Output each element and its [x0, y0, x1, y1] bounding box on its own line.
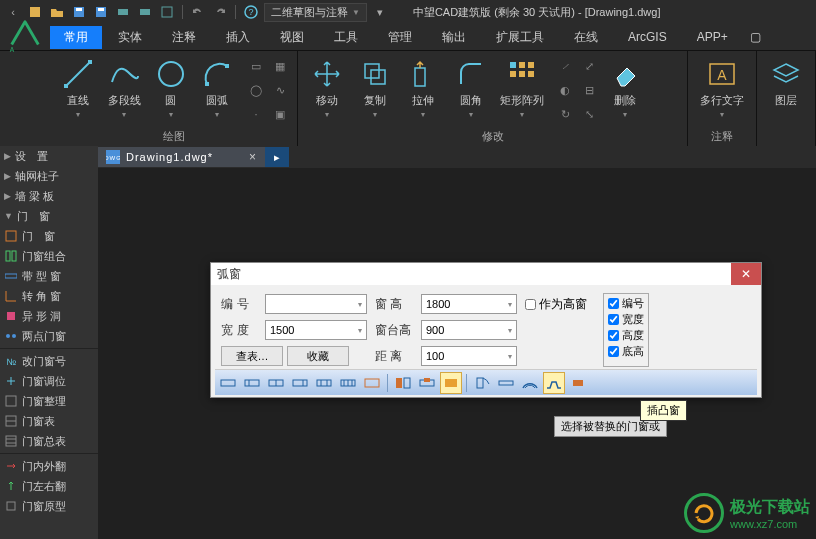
- help-icon[interactable]: ?: [242, 3, 260, 21]
- mode-2[interactable]: [241, 372, 263, 394]
- tab-output[interactable]: 输出: [428, 26, 480, 49]
- mode-3[interactable]: [265, 372, 287, 394]
- left-twopoint[interactable]: 两点门窗: [0, 326, 98, 346]
- print-icon[interactable]: [136, 3, 154, 21]
- tool-polyline[interactable]: 多段线▾: [102, 55, 146, 121]
- left-combo[interactable]: 门窗组合: [0, 246, 98, 266]
- chk-num[interactable]: [608, 298, 619, 309]
- workspace-selector[interactable]: 二维草图与注释 ▼: [264, 3, 367, 22]
- mode-rect[interactable]: [567, 372, 589, 394]
- chk-height[interactable]: [608, 330, 619, 341]
- tool-circle[interactable]: 圆▾: [149, 55, 193, 121]
- left-door[interactable]: 门 窗: [0, 226, 98, 246]
- mode-1[interactable]: [217, 372, 239, 394]
- combo-dist[interactable]: 100▾: [421, 346, 517, 366]
- tab-collapse[interactable]: ▢: [744, 27, 767, 47]
- new-doc-button[interactable]: ▸: [265, 147, 289, 167]
- left-sum[interactable]: 门窗总表: [0, 431, 98, 451]
- close-button[interactable]: ✕: [731, 263, 761, 285]
- tab-common[interactable]: 常用: [50, 26, 102, 49]
- tool-copy[interactable]: 复制▾: [352, 55, 398, 121]
- redo-icon[interactable]: [211, 3, 229, 21]
- combo-height[interactable]: 1800▾: [421, 294, 517, 314]
- chk-bottom[interactable]: [608, 346, 619, 357]
- left-settings[interactable]: ▶设 置: [0, 146, 98, 166]
- left-renum[interactable]: №改门窗号: [0, 351, 98, 371]
- tab-arcgis[interactable]: ArcGIS: [614, 27, 681, 47]
- lookup-button[interactable]: 查表…: [221, 346, 283, 366]
- plot-icon[interactable]: [114, 3, 132, 21]
- combo-sill[interactable]: 900▾: [421, 320, 517, 340]
- tool-trim[interactable]: ⟋: [554, 55, 576, 77]
- tool-mtext[interactable]: A多行文字▾: [694, 55, 750, 121]
- tool-rect[interactable]: ▭: [245, 55, 267, 77]
- open-icon[interactable]: [48, 3, 66, 21]
- tool-ellipse[interactable]: ◯: [245, 79, 267, 101]
- tool-rotate[interactable]: ↻: [554, 103, 576, 125]
- tool-break[interactable]: ⊟: [578, 79, 600, 101]
- left-band[interactable]: 带 型 窗: [0, 266, 98, 286]
- mode-bay[interactable]: [543, 372, 565, 394]
- saveas-icon[interactable]: [92, 3, 110, 21]
- tool-spline[interactable]: ∿: [269, 79, 291, 101]
- mode-6[interactable]: [337, 372, 359, 394]
- app-logo[interactable]: A: [6, 16, 44, 54]
- mode-8[interactable]: [392, 372, 414, 394]
- tool-arc[interactable]: 圆弧▾: [195, 55, 239, 121]
- left-axis[interactable]: ▶轴网柱子: [0, 166, 98, 186]
- left-corner[interactable]: 转 角 窗: [0, 286, 98, 306]
- left-wall[interactable]: ▶墙 梁 板: [0, 186, 98, 206]
- left-sort[interactable]: 门窗整理: [0, 391, 98, 411]
- tool-layer[interactable]: 图层: [763, 55, 809, 110]
- tool-fillet[interactable]: 圆角▾: [448, 55, 494, 121]
- combo-width[interactable]: 1500▾: [265, 320, 367, 340]
- preview-icon[interactable]: [158, 3, 176, 21]
- tab-insert[interactable]: 插入: [212, 26, 264, 49]
- svg-rect-7: [162, 7, 172, 17]
- tab-entity[interactable]: 实体: [104, 26, 156, 49]
- tab-extend[interactable]: 扩展工具: [482, 26, 558, 49]
- chk-high[interactable]: [525, 299, 536, 310]
- svg-rect-6: [140, 9, 150, 15]
- mode-5[interactable]: [313, 372, 335, 394]
- mode-9[interactable]: [416, 372, 438, 394]
- tool-line[interactable]: 直线▾: [56, 55, 100, 121]
- mode-win[interactable]: [495, 372, 517, 394]
- tool-mirror[interactable]: ◐: [554, 79, 576, 101]
- tab-tool[interactable]: 工具: [320, 26, 372, 49]
- chk-width[interactable]: [608, 314, 619, 325]
- left-proto[interactable]: 门窗原型: [0, 496, 98, 516]
- tool-move[interactable]: 移动▾: [304, 55, 350, 121]
- tool-hatch[interactable]: ▦: [269, 55, 291, 77]
- tab-annotate[interactable]: 注释: [158, 26, 210, 49]
- save-icon[interactable]: [70, 3, 88, 21]
- left-odd[interactable]: 异 形 洞: [0, 306, 98, 326]
- tab-manage[interactable]: 管理: [374, 26, 426, 49]
- left-doorwin[interactable]: ▼门 窗: [0, 206, 98, 226]
- left-table[interactable]: 门窗表: [0, 411, 98, 431]
- tab-online[interactable]: 在线: [560, 26, 612, 49]
- left-flip-io[interactable]: 门内外翻: [0, 456, 98, 476]
- tab-view[interactable]: 视图: [266, 26, 318, 49]
- undo-icon[interactable]: [189, 3, 207, 21]
- tool-extend[interactable]: ⤢: [578, 55, 600, 77]
- mode-door[interactable]: [471, 372, 493, 394]
- favorite-button[interactable]: 收藏: [287, 346, 349, 366]
- tool-erase[interactable]: 删除▾: [602, 55, 648, 121]
- mode-7[interactable]: [361, 372, 383, 394]
- tool-scale[interactable]: ⤡: [578, 103, 600, 125]
- mode-arc[interactable]: [519, 372, 541, 394]
- mode-4[interactable]: [289, 372, 311, 394]
- tool-point[interactable]: ·: [245, 103, 267, 125]
- mode-10[interactable]: [440, 372, 462, 394]
- tool-stretch[interactable]: 拉伸▾: [400, 55, 446, 121]
- combo-num[interactable]: ▾: [265, 294, 367, 314]
- doc-tab[interactable]: DWG Drawing1.dwg* ×: [98, 147, 265, 167]
- left-flip-lr[interactable]: 门左右翻: [0, 476, 98, 496]
- tool-array[interactable]: 矩形阵列▾: [496, 55, 548, 121]
- tool-region[interactable]: ▣: [269, 103, 291, 125]
- left-adjust[interactable]: 门窗调位: [0, 371, 98, 391]
- more-icon[interactable]: ▾: [371, 3, 389, 21]
- close-icon[interactable]: ×: [249, 150, 257, 164]
- tab-app[interactable]: APP+: [683, 27, 742, 47]
